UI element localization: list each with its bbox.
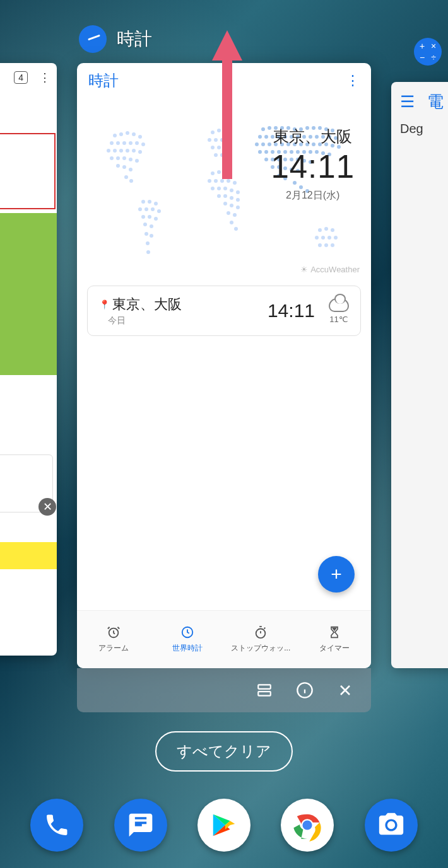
- svg-point-26: [129, 179, 133, 183]
- calc-mode[interactable]: Deg: [400, 122, 448, 136]
- recent-app-header-clock: 時計: [79, 25, 152, 53]
- svg-point-71: [236, 198, 240, 202]
- city-list-item[interactable]: 📍 東京、大阪 今日 14:11 11℃: [87, 286, 361, 336]
- svg-point-35: [148, 215, 151, 219]
- tab-count-badge[interactable]: 4: [14, 71, 28, 84]
- tab-world-clock[interactable]: 世界時計: [151, 611, 225, 668]
- svg-point-11: [107, 149, 110, 153]
- promo-banner-2: を !: [0, 331, 57, 375]
- svg-point-53: [214, 153, 218, 157]
- city-sub: 今日: [108, 315, 268, 327]
- hero-city: 東京、大阪: [271, 126, 355, 147]
- notice-line[interactable]: お客さま: [0, 161, 50, 181]
- hourglass-icon: [327, 625, 341, 639]
- more-icon[interactable]: ⋮: [39, 71, 50, 84]
- svg-point-45: [223, 130, 227, 134]
- stopwatch-icon: [254, 625, 268, 639]
- notice-box: 員専用ペ お客さま の一部休: [0, 133, 56, 209]
- svg-point-52: [223, 146, 227, 149]
- chat-support-badge: チャットサポート 受付中: [0, 542, 57, 569]
- notice-line[interactable]: 員専用ペ: [0, 141, 50, 161]
- split-screen-icon[interactable]: [255, 681, 274, 700]
- clock-app-icon[interactable]: [79, 25, 107, 53]
- svg-point-28: [148, 200, 151, 204]
- clock-appbar: 時計 ⋮: [77, 63, 371, 98]
- notice-line[interactable]: の一部休: [0, 182, 50, 202]
- svg-point-2: [126, 131, 129, 135]
- tab-alarm[interactable]: アラーム: [77, 611, 151, 668]
- svg-point-17: [110, 156, 114, 160]
- svg-point-34: [141, 215, 145, 219]
- recent-app-card-clock[interactable]: 時計 ⋮: [77, 63, 371, 668]
- camera-app-icon[interactable]: [365, 799, 418, 852]
- svg-point-13: [119, 149, 123, 153]
- svg-point-44: [217, 129, 221, 132]
- svg-point-80: [324, 227, 328, 231]
- svg-point-102: [264, 135, 268, 139]
- hamburger-icon[interactable]: ☰: [400, 92, 415, 112]
- sim-promo: ✕: [0, 454, 53, 512]
- svg-point-5: [110, 141, 114, 145]
- add-city-fab[interactable]: +: [318, 556, 355, 593]
- svg-point-75: [227, 211, 230, 215]
- recent-app-card-browser[interactable]: 4 ⋮ 員専用ペ お客さま の一部休 みよう! 64GB micro XC CL…: [0, 63, 57, 656]
- play-store-app-icon[interactable]: [197, 799, 251, 852]
- info-icon[interactable]: [295, 681, 314, 700]
- svg-point-27: [141, 200, 145, 204]
- tab-timer[interactable]: タイマー: [298, 611, 372, 668]
- recent-app-label: 時計: [117, 27, 152, 51]
- promo-banner: みよう!: [0, 213, 57, 258]
- svg-point-10: [141, 142, 145, 146]
- chat-top: 絡頂: [0, 516, 57, 529]
- hero-text: 東京、大阪 14:11 2月12日(水): [271, 126, 355, 202]
- svg-point-40: [150, 234, 153, 238]
- svg-point-67: [236, 190, 240, 194]
- svg-point-39: [144, 232, 148, 236]
- city-weather: 11℃: [329, 298, 349, 324]
- svg-point-6: [116, 141, 120, 145]
- svg-point-59: [214, 179, 218, 183]
- messages-app-icon[interactable]: [114, 799, 167, 852]
- svg-point-38: [150, 224, 153, 228]
- cloud-icon: [329, 298, 349, 312]
- browser-toolbar: 4 ⋮: [0, 63, 57, 91]
- close-icon[interactable]: ✕: [38, 498, 56, 516]
- svg-point-50: [211, 146, 215, 149]
- more-icon[interactable]: ⋮: [346, 79, 360, 83]
- svg-point-43: [211, 130, 215, 134]
- recent-apps-row: 4 ⋮ 員専用ペ お客さま の一部休 みよう! 64GB micro XC CL…: [0, 57, 448, 700]
- svg-point-42: [146, 250, 150, 254]
- tab-stopwatch[interactable]: ストップウォッ...: [224, 611, 298, 668]
- svg-point-22: [116, 164, 120, 168]
- svg-point-47: [214, 138, 218, 142]
- svg-point-73: [230, 204, 233, 207]
- hero-time: 14:11: [271, 148, 355, 185]
- weather-provider: ☀ AccuWeather: [300, 265, 360, 274]
- svg-point-57: [223, 171, 227, 175]
- svg-point-89: [261, 127, 265, 131]
- phone-app-icon[interactable]: [30, 799, 83, 852]
- svg-point-14: [126, 149, 129, 153]
- calc-title: 電: [427, 91, 444, 113]
- svg-point-19: [122, 156, 126, 160]
- svg-point-55: [211, 171, 215, 175]
- svg-point-30: [138, 207, 142, 211]
- chrome-app-icon[interactable]: [281, 799, 334, 852]
- recent-app-card-calculator[interactable]: ☰ 電 Deg C 7 4 1 0: [391, 82, 448, 668]
- calculator-app-icon[interactable]: +×−÷: [414, 38, 442, 66]
- city-name: 東京、大阪: [112, 295, 182, 314]
- close-icon[interactable]: [336, 681, 355, 700]
- clear-all-button[interactable]: すべてクリア: [155, 731, 293, 772]
- svg-point-66: [230, 188, 233, 192]
- svg-point-18: [116, 156, 120, 160]
- svg-point-81: [331, 228, 334, 232]
- svg-point-69: [223, 194, 227, 198]
- svg-point-60: [220, 179, 224, 183]
- svg-point-3: [132, 132, 136, 136]
- clock-title: 時計: [88, 71, 119, 91]
- svg-point-46: [208, 138, 211, 142]
- svg-point-25: [124, 175, 128, 179]
- sun-icon: ☀: [300, 265, 308, 274]
- svg-point-51: [217, 146, 221, 149]
- svg-point-72: [223, 202, 227, 205]
